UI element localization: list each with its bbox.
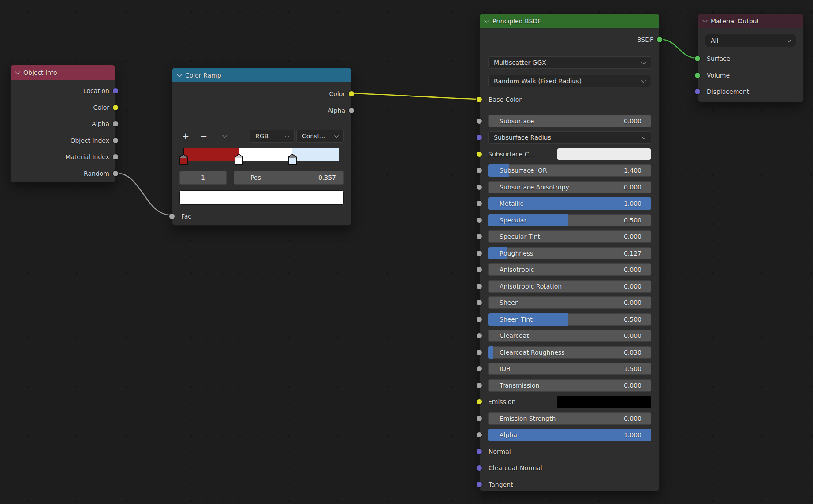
alpha-slider[interactable]: Alpha 1.000: [488, 429, 651, 441]
slider-label: Alpha: [500, 429, 517, 441]
sheen-tint-slider[interactable]: Sheen Tint 0.500: [488, 313, 651, 326]
socket-ramp-color-output[interactable]: [348, 91, 354, 97]
socket-normal-input[interactable]: [476, 448, 482, 455]
target-dropdown[interactable]: All: [705, 34, 796, 47]
output-row-object-index: Object Index: [11, 134, 115, 147]
socket-specular-tint-input[interactable]: [476, 233, 482, 240]
material-output-header[interactable]: Material Output: [698, 14, 803, 28]
collapse-chevron-icon[interactable]: [15, 69, 20, 74]
slider-clearcoat-roughness: Clearcoat Roughness 0.030: [480, 346, 659, 359]
chevron-down-icon: [222, 133, 227, 137]
add-stop-button[interactable]: +: [179, 130, 192, 142]
slider-label: Sheen Tint: [500, 313, 533, 326]
socket-volume-input[interactable]: [694, 72, 701, 78]
socket-sheen-tint-input[interactable]: [476, 316, 482, 322]
slider-roughness: Roughness 0.127: [480, 247, 659, 259]
socket-object-index-output[interactable]: [112, 137, 119, 144]
subsurface-radius-dropdown[interactable]: Subsurface Radius: [488, 131, 651, 144]
socket-subsurface-input[interactable]: [476, 118, 482, 124]
socket-alpha-output[interactable]: [112, 121, 119, 127]
subsurface-anisotropy-slider[interactable]: Subsurface Anisotropy 0.000: [488, 181, 651, 193]
subsurface-slider[interactable]: Subsurface 0.000: [488, 115, 651, 127]
socket-random-output[interactable]: [112, 170, 119, 177]
slider-label: Subsurface Anisotropy: [500, 181, 569, 193]
subsurface-method-dropdown-row: Random Walk (Fixed Radius): [480, 74, 659, 87]
socket-clearcoat-roughness-input[interactable]: [476, 349, 482, 356]
node-color-ramp[interactable]: Color Ramp Color Alpha + − RGB Const...: [172, 67, 351, 226]
transmission-slider[interactable]: Transmission 0.000: [488, 379, 651, 392]
socket-bsdf-output[interactable]: [656, 37, 663, 43]
socket-subsurface-radius-input[interactable]: [476, 134, 482, 141]
specular-tint-slider[interactable]: Specular Tint 0.000: [488, 230, 651, 243]
socket-base-color-input[interactable]: [476, 96, 482, 103]
stop-position-field[interactable]: Pos 0.357: [234, 171, 344, 185]
subsurface-ior-slider[interactable]: Subsurface IOR 1.400: [488, 164, 651, 177]
color-mode-dropdown[interactable]: RGB: [250, 130, 295, 143]
principled-header[interactable]: Principled BSDF: [480, 14, 659, 28]
emission-strength-slider[interactable]: Emission Strength 0.000: [488, 412, 651, 425]
specials-menu-button[interactable]: [219, 130, 231, 142]
socket-alpha-input[interactable]: [476, 432, 482, 438]
socket-specular-input[interactable]: [476, 217, 482, 223]
link-bsdf-surface[interactable]: [660, 39, 697, 58]
node-principled-bsdf[interactable]: Principled BSDF BSDF Multiscatter GGX Ra…: [479, 13, 660, 491]
specular-slider[interactable]: Specular 0.500: [488, 214, 651, 226]
node-title: Principled BSDF: [492, 18, 541, 25]
socket-emission-strength-input[interactable]: [476, 415, 482, 422]
slider-value: 1.400: [624, 164, 641, 177]
input-row-base-color: Base Color: [480, 93, 659, 106]
selected-stop-color-swatch[interactable]: [179, 190, 344, 205]
node-object-info[interactable]: Object Info Location Color Alpha Object …: [10, 65, 116, 182]
socket-surface-input[interactable]: [694, 56, 701, 62]
node-material-output[interactable]: Material Output All Surface Volume Displ…: [697, 13, 804, 102]
socket-displacement-input[interactable]: [694, 89, 701, 95]
colorramp-gradient-bar[interactable]: [183, 148, 339, 161]
object-info-header[interactable]: Object Info: [11, 65, 115, 80]
interpolation-dropdown[interactable]: Const...: [296, 130, 344, 143]
socket-transmission-input[interactable]: [476, 382, 482, 389]
link-random-fac[interactable]: [116, 173, 171, 215]
socket-roughness-input[interactable]: [476, 250, 482, 256]
collapse-chevron-icon[interactable]: [702, 18, 707, 22]
collapse-chevron-icon[interactable]: [177, 72, 182, 77]
emission-color-swatch[interactable]: [557, 396, 651, 408]
slider-value: 0.000: [624, 412, 641, 425]
subsurface-color-swatch[interactable]: [557, 148, 651, 160]
roughness-slider[interactable]: Roughness 0.127: [488, 247, 651, 259]
sheen-slider[interactable]: Sheen 0.000: [488, 296, 651, 309]
link-color-basecolor[interactable]: [351, 93, 479, 99]
metallic-slider[interactable]: Metallic 1.000: [488, 197, 651, 210]
socket-tangent-input[interactable]: [476, 482, 482, 488]
socket-ior-input[interactable]: [476, 366, 482, 372]
socket-location-output[interactable]: [112, 88, 119, 94]
subsurface-method-dropdown[interactable]: Random Walk (Fixed Radius): [488, 75, 651, 87]
socket-sheen-input[interactable]: [476, 300, 482, 306]
collapse-chevron-icon[interactable]: [484, 18, 489, 22]
distribution-dropdown[interactable]: Multiscatter GGX: [488, 56, 651, 69]
socket-ramp-alpha-output[interactable]: [348, 107, 354, 114]
slider-label: Anisotropic Rotation: [500, 280, 562, 293]
socket-clearcoat-input[interactable]: [476, 333, 482, 339]
socket-emission-input[interactable]: [476, 399, 482, 405]
socket-anisotropic-input[interactable]: [476, 267, 482, 273]
socket-clearcoat-normal-input[interactable]: [476, 465, 482, 471]
socket-subsurface-color-input[interactable]: [476, 151, 482, 157]
slider-ior: IOR 1.500: [480, 363, 659, 375]
socket-color-output[interactable]: [112, 104, 119, 111]
ior-slider[interactable]: IOR 1.500: [488, 363, 651, 375]
socket-subsurface-ior-input[interactable]: [476, 167, 482, 174]
clearcoat-roughness-slider[interactable]: Clearcoat Roughness 0.030: [488, 346, 651, 359]
socket-metallic-input[interactable]: [476, 200, 482, 207]
socket-material-index-output[interactable]: [112, 154, 119, 160]
anisotropic-rotation-slider[interactable]: Anisotropic Rotation 0.000: [488, 280, 651, 293]
socket-subsurface-anisotropy-input[interactable]: [476, 184, 482, 190]
clearcoat-slider[interactable]: Clearcoat 0.000: [488, 330, 651, 342]
remove-stop-button[interactable]: −: [198, 130, 210, 142]
color-ramp-header[interactable]: Color Ramp: [172, 68, 351, 82]
slider-label: Clearcoat: [500, 330, 529, 342]
anisotropic-slider[interactable]: Anisotropic 0.000: [488, 263, 651, 276]
active-stop-index-field[interactable]: 1: [179, 171, 227, 185]
socket-anisotropic-rotation-input[interactable]: [476, 283, 482, 289]
node-links: [0, 0, 813, 504]
socket-fac-input[interactable]: [169, 213, 175, 219]
